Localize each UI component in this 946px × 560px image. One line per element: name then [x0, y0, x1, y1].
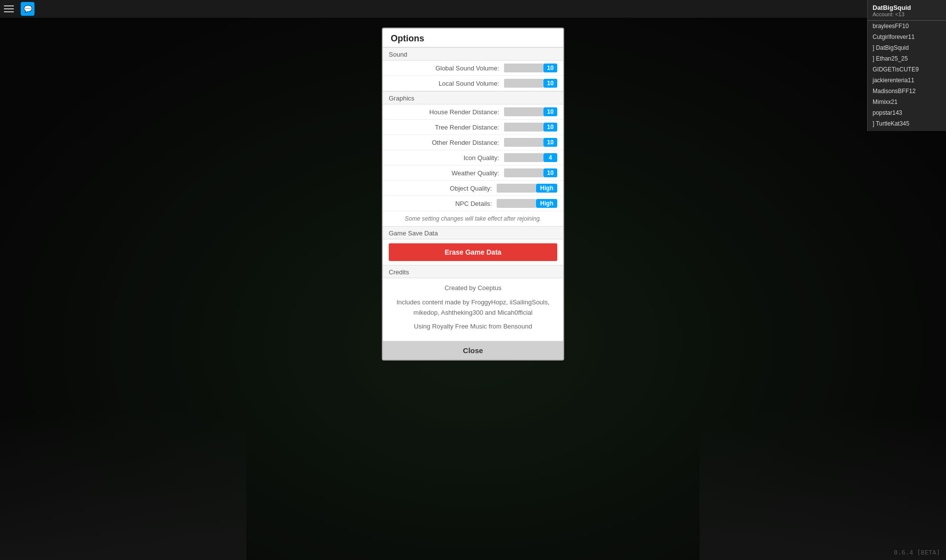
section-game-save: Game Save Data: [383, 226, 563, 239]
icon-quality-track[interactable]: [504, 153, 543, 162]
credits-line-1: Created by Coeptus: [389, 283, 557, 294]
weather-quality-track[interactable]: [504, 168, 543, 177]
player-item: brayleesFF10: [868, 21, 946, 32]
house-render-label: House Render Distance:: [389, 108, 504, 116]
object-quality-value: High: [536, 184, 557, 193]
player-item: Mimixx21: [868, 97, 946, 107]
player-item: MadisonsBFF12: [868, 86, 946, 97]
credits-line-3: Using Royalty Free Music from Bensound: [389, 322, 557, 332]
npc-details-row: NPC Details: High: [383, 196, 563, 211]
modal-title: Options: [383, 29, 563, 47]
erase-game-data-button[interactable]: Erase Game Data: [389, 243, 557, 261]
player-item: Cutgirlforever11: [868, 32, 946, 42]
local-sound-row: Local Sound Volume: 10: [383, 76, 563, 91]
top-bar: [0, 0, 946, 18]
icon-quality-row: Icon Quality: 4: [383, 150, 563, 165]
house-render-track[interactable]: [504, 107, 543, 116]
player-item: ] Ethan25_25: [868, 53, 946, 64]
user-panel-header: DatBigSquid Account: <13: [868, 2, 946, 21]
close-button[interactable]: Close: [383, 341, 563, 360]
npc-details-slider[interactable]: High: [497, 199, 557, 208]
icon-quality-value: 4: [543, 153, 557, 162]
global-sound-track[interactable]: [504, 64, 543, 72]
global-sound-slider[interactable]: 10: [504, 64, 557, 72]
object-quality-row: Object Quality: High: [383, 181, 563, 196]
object-quality-slider[interactable]: High: [497, 184, 557, 193]
credits-section: Created by Coeptus Includes content made…: [383, 278, 563, 341]
object-quality-track[interactable]: [497, 184, 536, 193]
global-sound-value: 10: [543, 64, 557, 72]
game-save-section: Erase Game Data: [383, 239, 563, 265]
npc-details-track[interactable]: [497, 199, 536, 208]
tree-render-value: 10: [543, 123, 557, 132]
player-item: ] TurtleKat345: [868, 118, 946, 129]
other-render-value: 10: [543, 138, 557, 147]
player-item: popstar143: [868, 107, 946, 118]
local-sound-track[interactable]: [504, 79, 543, 88]
tree-render-row: Tree Render Distance: 10: [383, 120, 563, 135]
credits-text: Created by Coeptus Includes content made…: [389, 283, 557, 332]
modal-backdrop: Options Sound Global Sound Volume: 10 Lo…: [0, 18, 946, 560]
modal-footer: Close: [383, 341, 563, 360]
menu-icon[interactable]: [4, 3, 16, 15]
weather-quality-row: Weather Quality: 10: [383, 165, 563, 181]
weather-quality-slider[interactable]: 10: [504, 168, 557, 177]
credits-line-2: Includes content made by FroggyHopz, iiS…: [389, 297, 557, 318]
house-render-slider[interactable]: 10: [504, 107, 557, 116]
npc-details-value: High: [536, 199, 557, 208]
top-bar-left: [4, 2, 34, 16]
local-sound-slider[interactable]: 10: [504, 79, 557, 88]
user-panel: DatBigSquid Account: <13 brayleesFF10Cut…: [867, 0, 946, 131]
player-item: ] DatBigSquid: [868, 42, 946, 53]
username: DatBigSquid: [873, 4, 941, 11]
local-sound-label: Local Sound Volume:: [389, 80, 504, 87]
player-item: jackierenteria11: [868, 75, 946, 86]
icon-quality-slider[interactable]: 4: [504, 153, 557, 162]
other-render-track[interactable]: [504, 138, 543, 147]
modal-body[interactable]: Sound Global Sound Volume: 10 Local Soun…: [383, 47, 563, 341]
other-render-slider[interactable]: 10: [504, 138, 557, 147]
object-quality-label: Object Quality:: [389, 185, 497, 192]
player-item: GIDGETisCUTE9: [868, 64, 946, 75]
weather-quality-value: 10: [543, 168, 557, 177]
players-list: brayleesFF10Cutgirlforever11] DatBigSqui…: [868, 21, 946, 129]
section-credits: Credits: [383, 265, 563, 278]
local-sound-value: 10: [543, 79, 557, 88]
tree-render-slider[interactable]: 10: [504, 123, 557, 132]
tree-render-track[interactable]: [504, 123, 543, 132]
section-sound: Sound: [383, 47, 563, 61]
options-modal: Options Sound Global Sound Volume: 10 Lo…: [382, 28, 564, 361]
house-render-value: 10: [543, 107, 557, 116]
icon-quality-label: Icon Quality:: [389, 154, 504, 162]
house-render-row: House Render Distance: 10: [383, 104, 563, 120]
tree-render-label: Tree Render Distance:: [389, 124, 504, 131]
global-sound-row: Global Sound Volume: 10: [383, 61, 563, 76]
other-render-row: Other Render Distance: 10: [383, 135, 563, 150]
account-info: Account: <13: [873, 11, 941, 17]
section-graphics: Graphics: [383, 91, 563, 104]
global-sound-label: Global Sound Volume:: [389, 65, 504, 72]
settings-note: Some setting changes will take effect af…: [383, 211, 563, 226]
other-render-label: Other Render Distance:: [389, 139, 504, 146]
weather-quality-label: Weather Quality:: [389, 169, 504, 177]
npc-details-label: NPC Details:: [389, 200, 497, 207]
chat-icon[interactable]: [21, 2, 34, 16]
